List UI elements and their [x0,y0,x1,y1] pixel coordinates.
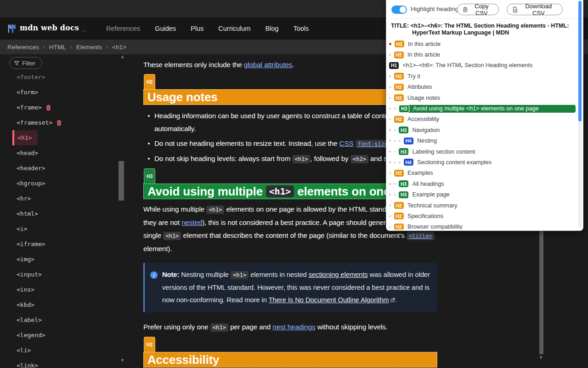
mdn-page: mdn web docs _ ReferencesGuidesPlusCurri… [0,0,588,368]
highlight-headings-toggle[interactable] [391,6,407,14]
element-tag-label: <hgroup> [17,180,45,187]
nav-item-curriculum[interactable]: Curriculum [218,25,250,32]
link-global-attributes[interactable]: global attributes [244,61,293,69]
highlighted-heading-block: H2Accessibility [143,337,437,368]
sidebar-scroll-down-icon[interactable]: ▼ [120,358,124,362]
popup-heading-row-nesting[interactable]: H4Nesting [389,136,576,146]
sidebar-item-h1[interactable]: <h1> [0,130,116,145]
sidebar-scrollbar-thumb[interactable] [119,161,124,201]
sidebar-item-img[interactable]: <img> [0,252,116,267]
indent-dot [389,54,391,56]
element-tag-label: <label> [17,316,42,323]
heading-text: Navigation [412,127,440,133]
link-sectioning-elements[interactable]: sectioning elements [309,271,368,278]
popup-heading-row-h1-h6-the-html-section-heading-elements[interactable]: H1<h1>–<h6>: The HTML Section Heading el… [389,60,576,71]
text-run: Accessibility [147,353,219,367]
sidebar-item-frame[interactable]: <frame> [0,100,116,115]
sidebar-item-html[interactable]: <html> [0,206,116,221]
indent-dot [389,194,391,196]
popup-heading-row-accessibility[interactable]: H2Accessibility [389,114,576,125]
link-nest-headings[interactable]: nest headings [272,323,315,331]
indent-dot [389,205,391,207]
sidebar-item-form[interactable]: <form> [0,85,116,100]
nav-item-tools[interactable]: Tools [293,25,309,32]
text-run: , followed by [310,155,350,162]
popup-heading-row-all-headings[interactable]: H3All headings [389,178,576,189]
nav-item-references[interactable]: References [106,25,140,32]
inline-code: <h1> [210,323,228,332]
inline-code: <h1> [231,271,249,279]
indent-dot [389,75,391,77]
inline-code: <h1> [206,206,224,214]
link-css[interactable]: CSS [339,139,354,147]
popup-heading-row-sectioning-content-examples[interactable]: H4Sectioning content examples [389,157,576,167]
sidebar-item-input[interactable]: <input> [0,267,116,282]
breadcrumb-item-elements[interactable]: Elements [76,44,102,51]
popup-heading-row-usage-notes[interactable]: H2Usage notes [389,92,576,103]
element-tag-label: <head> [17,150,38,156]
sidebar-scroll-up-icon[interactable]: ▲ [120,54,124,59]
element-tag-label: <li> [17,347,31,354]
sidebar-filter-button[interactable]: Filter [9,57,42,69]
sidebar-item-link[interactable]: <link> [0,358,116,368]
text-run: . [292,61,294,69]
sidebar-item-kbd[interactable]: <kbd> [0,297,116,312]
sidebar-item-label[interactable]: <label> [0,312,116,328]
sidebar-item-head[interactable]: <head> [0,145,116,161]
mdn-logo-caret: _ [82,24,86,32]
breadcrumb-item-h1[interactable]: <h1> [112,44,126,51]
sidebar-item-legend[interactable]: <legend> [0,328,116,343]
text-run: While using multiple [143,205,206,213]
popup-heading-row-avoid-using-multiple-h1-elements-on-one-[interactable]: H3Avoid using multiple <h1> elements on … [389,103,576,114]
popup-heading-row-examples[interactable]: H2Examples [389,168,576,178]
popup-heading-row-labeling-section-content[interactable]: H3Labeling section content [389,146,576,157]
headings-list: H2In this articleH2In this articleH1<h1>… [389,39,576,230]
element-tag-label: <ins> [17,286,34,293]
heading-level-badge: H2 [394,202,404,209]
breadcrumb-item-html[interactable]: HTML [49,44,66,51]
sidebar-item-footer[interactable]: <footer> [0,69,116,85]
nav-item-guides[interactable]: Guides [155,25,176,32]
link-title[interactable]: <title> [407,232,435,240]
popup-heading-row-try-it[interactable]: H2Try it [389,71,576,81]
popup-heading-row-technical-summary[interactable]: H2Technical summary [389,200,576,211]
sidebar-item-i[interactable]: <i> [0,221,116,236]
link-nested[interactable]: nested [181,218,202,226]
popup-heading-row-in-this-article[interactable]: H2In this article [389,49,576,60]
indent-dot [399,161,401,163]
heading-level-badge: H1 [389,62,399,69]
mdn-logo[interactable]: mdn web docs _ [7,23,86,34]
heading-text: Sectioning content examples [417,159,492,166]
nav-item-plus[interactable]: Plus [191,25,204,32]
popup-heading-row-browser-compatibility[interactable]: H2Browser compatibility [389,222,576,230]
sidebar-item-li[interactable]: <li> [0,343,116,358]
sidebar-item-ins[interactable]: <ins> [0,282,116,297]
popup-heading-row-attributes[interactable]: H2Attributes [389,82,576,92]
indent-dot [389,97,391,99]
toggle-label: Highlight headings [411,6,462,12]
sidebar-item-header[interactable]: <header> [0,161,116,176]
popup-heading-row-navigation[interactable]: H3Navigation [389,125,576,135]
element-tag-label: <footer> [17,74,45,80]
nav-item-blog[interactable]: Blog [265,25,278,32]
clipboard-icon [463,6,468,13]
page-scroll-down-icon[interactable]: ▼ [539,355,543,360]
indent-dot [389,129,391,131]
popup-scrollbar-thumb[interactable] [578,1,582,121]
copy-csv-button[interactable]: Copy CSV [457,4,499,15]
text-run: element that describes the content of th… [181,231,406,239]
heading-text: Avoid using multiple <h1> elements on on… [413,105,538,112]
breadcrumb-item-references[interactable]: References [7,44,39,51]
popup-heading-row-in-this-article[interactable]: H2In this article [389,39,576,49]
element-tag-label: <header> [17,165,45,172]
popup-heading-row-example-page[interactable]: H3Example page [389,189,576,200]
sidebar-item-frameset[interactable]: <frameset> [0,115,116,130]
sidebar-item-hgroup[interactable]: <hgroup> [0,176,116,191]
popup-heading-row-specifications[interactable]: H2Specifications [389,211,576,221]
element-tag-label: <legend> [17,332,45,339]
link-there-is-no-document-outline-algorithm[interactable]: There Is No Document Outline Algorithm [269,296,389,304]
download-csv-button[interactable]: Download CSV [507,4,563,15]
sidebar-item-hr[interactable]: <hr> [0,191,116,206]
link-font-size[interactable]: font-size [356,140,390,148]
sidebar-item-iframe[interactable]: <iframe> [0,236,116,252]
